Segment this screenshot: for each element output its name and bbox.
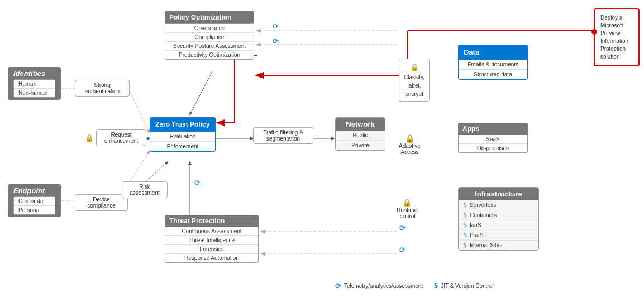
infra-item-containers: 𝕊 Containers [459, 210, 538, 220]
runtime-icon: 🔒 [397, 198, 417, 207]
deploy-label: Deploy a Microsoft Purview Information P… [600, 14, 633, 61]
policy-item-productivity: Productivity Optimization [165, 51, 254, 59]
threat-protection-title: Threat Protection [165, 215, 259, 227]
identities-item-human: Human [14, 80, 55, 89]
deploy-dot [591, 29, 597, 35]
infrastructure-title: Infrastructure [459, 188, 538, 200]
threat-protection-box: Threat Protection Continuous Assessment … [165, 215, 259, 263]
zero-trust-item-enforcement: Enforcement [150, 142, 215, 151]
request-enhancement-box: Request enhancement [96, 129, 146, 146]
data-box: Data Emails & documents Structured data [458, 45, 528, 80]
arrows-overlay: ⟳ ⟳ ⟳ ⟳ ⟳ [0, 0, 644, 298]
threat-item-response: Response Automation [165, 254, 258, 262]
svg-text:⟳: ⟳ [399, 246, 406, 254]
apps-item-saas: SaaS [459, 135, 527, 144]
policy-optimization-items: Governance Compliance Security Posture A… [165, 23, 254, 60]
data-items: Emails & documents Structured data [458, 60, 528, 80]
diagram-container: ⟳ ⟳ ⟳ ⟳ ⟳ Identities Human Non-human End… [0, 0, 644, 298]
policy-optimization-header: Policy Optimization [165, 11, 254, 23]
request-enhancement-label: Request enhancement [101, 132, 141, 144]
policy-item-governance: Governance [165, 24, 254, 33]
infra-item-internal: 𝕊 Internal Sites [459, 241, 538, 250]
risk-assessment-label: Risk assessment [130, 184, 159, 196]
identities-items: Human Non-human [13, 79, 55, 98]
traffic-filtering-box: Traffic filtering & segmentation [253, 127, 313, 144]
internal-icon: 𝕊 [463, 242, 467, 249]
identities-item-nonhuman: Non-human [14, 89, 55, 97]
data-item-structured: Structured data [459, 70, 527, 79]
infra-item-iaas: 𝕊 IaaS [459, 220, 538, 230]
endpoint-item-corporate: Corporate [14, 197, 55, 206]
adaptive-access-icon: 🔒 [399, 134, 421, 143]
jit-icon: 𝕊 [434, 282, 438, 290]
policy-optimization-title: Policy Optimization [165, 11, 254, 23]
data-header: Data [458, 45, 528, 60]
apps-header: Apps [458, 123, 528, 135]
endpoint-box: Endpoint Corporate Personal [8, 184, 61, 217]
legend-jit: 𝕊 JIT & Version Control [434, 282, 493, 290]
endpoint-title: Endpoint [13, 186, 55, 195]
zero-trust-box: Zero Trust Policy Evaluation Enforcement [150, 117, 216, 152]
paas-icon: 𝕊 [463, 232, 467, 239]
request-icon: 🔒 [85, 134, 94, 142]
infra-item-paas: 𝕊 PaaS [459, 230, 538, 241]
network-box: Network Public Private [335, 117, 385, 151]
device-compliance-label: Device compliance [80, 196, 123, 209]
runtime-control-label: Runtime control [397, 207, 417, 219]
svg-line-7 [190, 71, 212, 114]
svg-text:⟳: ⟳ [273, 37, 279, 45]
iaas-icon: 𝕊 [463, 222, 467, 229]
data-title: Data [458, 45, 528, 60]
telemetry-label: Telemetry/analytics/assessment [344, 283, 423, 289]
threat-item-forensics: Forensics [165, 245, 258, 254]
adaptive-access-area: 🔒 Adaptive Access [399, 134, 421, 155]
zero-trust-item-evaluation: Evaluation [150, 132, 215, 142]
zero-trust-header: Zero Trust Policy [150, 117, 216, 132]
serverless-icon: 𝕊 [463, 201, 467, 209]
zero-trust-items: Evaluation Enforcement [150, 132, 216, 152]
legend-telemetry: ⟳ Telemetry/analytics/assessment [335, 282, 423, 290]
traffic-filtering-label: Traffic filtering & segmentation [258, 129, 308, 142]
runtime-control-area: 🔒 Runtime control [397, 198, 417, 219]
device-compliance-box: Device compliance [75, 194, 128, 211]
classify-label: Classify, label, encrypt [404, 73, 424, 98]
infrastructure-box: Infrastructure 𝕊 Serverless 𝕊 Containers… [458, 187, 539, 251]
identities-box: Identities Human Non-human [8, 67, 61, 100]
deploy-box: Deploy a Microsoft Purview Information P… [594, 8, 640, 66]
apps-items: SaaS On-premises [458, 135, 528, 153]
risk-assessment-box: Risk assessment [122, 181, 168, 198]
policy-item-security-posture: Security Posture Assessment [165, 42, 254, 51]
legend: ⟳ Telemetry/analytics/assessment 𝕊 JIT &… [335, 282, 493, 290]
zero-trust-title: Zero Trust Policy [150, 117, 216, 132]
apps-box: Apps SaaS On-premises [458, 123, 528, 153]
strong-auth-box: Strong authentication [75, 80, 130, 97]
threat-item-intelligence: Threat Intelligence [165, 236, 258, 245]
threat-protection-items: Continuous Assessment Threat Intelligenc… [165, 227, 259, 263]
identities-title: Identities [13, 69, 55, 78]
containers-icon: 𝕊 [463, 212, 467, 219]
endpoint-items: Corporate Personal [13, 196, 55, 215]
svg-text:⟳: ⟳ [273, 22, 279, 31]
network-item-private: Private [336, 141, 385, 150]
telemetry-icon: ⟳ [335, 282, 341, 290]
svg-text:⟳: ⟳ [399, 224, 406, 232]
apps-item-on-premises: On-premises [459, 144, 527, 152]
classify-box: 🔒 Classify, label, encrypt [399, 59, 430, 102]
policy-item-compliance: Compliance [165, 33, 254, 42]
svg-text:⟳: ⟳ [194, 179, 201, 187]
apps-title: Apps [458, 123, 528, 135]
jit-label: JIT & Version Control [441, 283, 493, 289]
strong-auth-label: Strong authentication [80, 82, 125, 94]
svg-line-1 [128, 88, 150, 133]
request-enhancement-area: 🔒 Request enhancement [85, 129, 146, 146]
classify-icon: 🔒 [410, 63, 419, 71]
network-title: Network [336, 118, 385, 131]
endpoint-item-personal: Personal [14, 206, 55, 214]
data-item-emails: Emails & documents [459, 60, 527, 70]
infra-item-serverless: 𝕊 Serverless [459, 200, 538, 210]
threat-protection-header: Threat Protection [165, 215, 259, 227]
policy-optimization-box: Policy Optimization Governance Complianc… [165, 11, 254, 60]
adaptive-access-label: Adaptive Access [399, 143, 421, 155]
network-item-public: Public [336, 131, 385, 141]
threat-item-continuous: Continuous Assessment [165, 227, 258, 236]
